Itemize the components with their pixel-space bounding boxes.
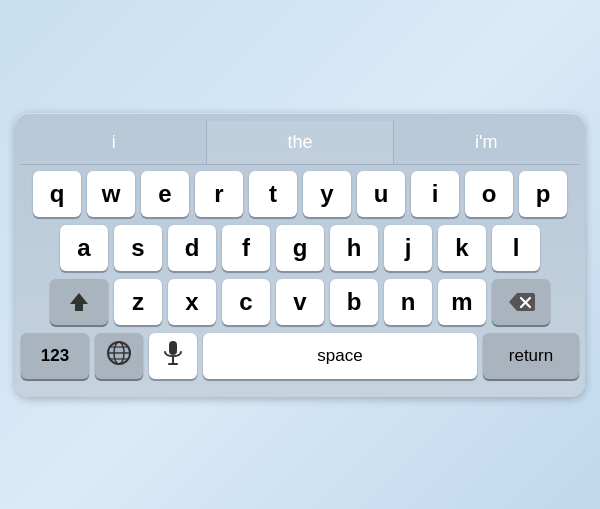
key-x[interactable]: x [168, 279, 216, 325]
suggestions-bar: i the i'm [21, 121, 579, 165]
key-y[interactable]: y [303, 171, 351, 217]
key-z[interactable]: z [114, 279, 162, 325]
key-123[interactable]: 123 [21, 333, 89, 379]
key-d[interactable]: d [168, 225, 216, 271]
key-c[interactable]: c [222, 279, 270, 325]
suggestion-im[interactable]: i'm [394, 121, 579, 164]
key-w[interactable]: w [87, 171, 135, 217]
key-t[interactable]: t [249, 171, 297, 217]
key-a[interactable]: a [60, 225, 108, 271]
key-row-2: a s d f g h j k l [21, 225, 579, 271]
delete-icon [507, 291, 535, 313]
key-j[interactable]: j [384, 225, 432, 271]
key-h[interactable]: h [330, 225, 378, 271]
key-e[interactable]: e [141, 171, 189, 217]
return-key[interactable]: return [483, 333, 579, 379]
key-row-bottom: 123 space [21, 333, 579, 379]
key-s[interactable]: s [114, 225, 162, 271]
key-v[interactable]: v [276, 279, 324, 325]
key-o[interactable]: o [465, 171, 513, 217]
shift-icon [68, 291, 90, 313]
globe-key[interactable] [95, 333, 143, 379]
delete-key[interactable] [492, 279, 550, 325]
key-row-3: z x c v b n m [21, 279, 579, 325]
key-k[interactable]: k [438, 225, 486, 271]
key-r[interactable]: r [195, 171, 243, 217]
keyboard: i the i'm q w e r t y u i o p a s d f g … [15, 113, 585, 397]
key-m[interactable]: m [438, 279, 486, 325]
shift-key[interactable] [50, 279, 108, 325]
key-l[interactable]: l [492, 225, 540, 271]
key-q[interactable]: q [33, 171, 81, 217]
mic-icon [163, 340, 183, 372]
key-f[interactable]: f [222, 225, 270, 271]
key-g[interactable]: g [276, 225, 324, 271]
key-b[interactable]: b [330, 279, 378, 325]
suggestion-the[interactable]: the [207, 121, 393, 164]
key-p[interactable]: p [519, 171, 567, 217]
svg-rect-8 [169, 341, 177, 355]
key-i[interactable]: i [411, 171, 459, 217]
key-u[interactable]: u [357, 171, 405, 217]
globe-icon [106, 340, 132, 372]
space-key[interactable]: space [203, 333, 477, 379]
key-row-1: q w e r t y u i o p [21, 171, 579, 217]
mic-key[interactable] [149, 333, 197, 379]
suggestion-i[interactable]: i [21, 121, 207, 164]
svg-marker-0 [70, 293, 88, 311]
key-n[interactable]: n [384, 279, 432, 325]
